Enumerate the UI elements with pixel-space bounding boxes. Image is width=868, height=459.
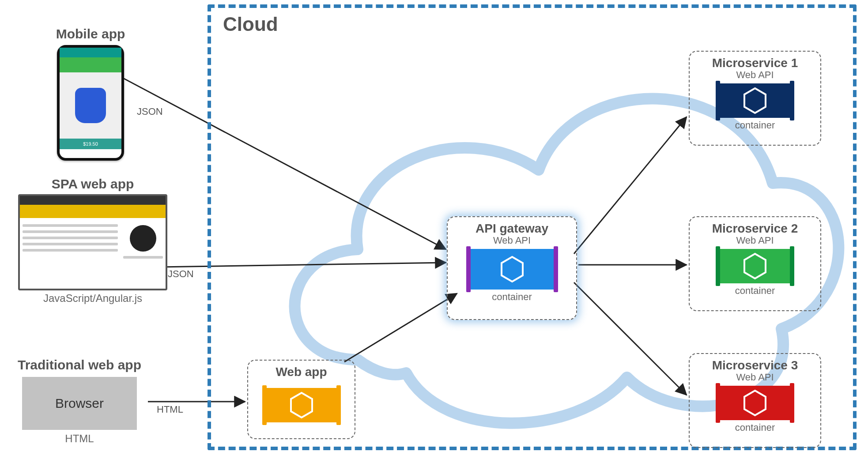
node-microservice-3: Microservice 3 Web API container xyxy=(689,353,821,448)
gateway-title: API gateway xyxy=(476,222,548,236)
ms1-foot: container xyxy=(735,120,775,131)
node-microservice-1: Microservice 1 Web API container xyxy=(689,51,821,146)
browser-label: Browser xyxy=(55,396,104,411)
svg-marker-10 xyxy=(744,254,766,278)
webapp-title: Web app xyxy=(275,365,327,379)
edge-label-trad-html: HTML xyxy=(157,404,183,415)
mobile-title: Mobile app xyxy=(53,26,128,41)
ms1-sub: Web API xyxy=(736,69,774,81)
svg-marker-7 xyxy=(291,393,312,418)
ms3-sub: Web API xyxy=(736,372,774,383)
node-webapp: Web app xyxy=(247,360,355,439)
spa-tech: JavaScript/Angular.js xyxy=(13,292,172,305)
node-microservice-2: Microservice 2 Web API container xyxy=(689,216,821,311)
trad-title: Traditional web app xyxy=(0,357,159,372)
client-traditional: Traditional web app Browser HTML xyxy=(0,357,159,445)
ms3-title: Microservice 3 xyxy=(712,358,798,372)
client-spa: SPA web app JavaScript/Angular.js xyxy=(13,177,172,305)
spa-title: SPA web app xyxy=(13,177,172,192)
edge-label-spa-json: JSON xyxy=(168,268,194,280)
edge-label-mobile-json: JSON xyxy=(137,106,163,117)
svg-marker-8 xyxy=(502,257,523,282)
trad-tech: HTML xyxy=(0,433,159,445)
client-mobile: Mobile app $19.50 xyxy=(53,26,128,161)
cloud-title: Cloud xyxy=(223,13,278,35)
gateway-foot: container xyxy=(492,291,532,303)
phone-icon: $19.50 xyxy=(57,45,124,161)
browser-window-icon xyxy=(18,194,167,290)
browser-box: Browser xyxy=(22,377,137,430)
container-icon xyxy=(717,83,793,118)
container-icon xyxy=(264,388,339,422)
svg-marker-9 xyxy=(744,88,766,113)
container-icon xyxy=(717,249,793,283)
gateway-sub: Web API xyxy=(493,235,531,246)
ms2-foot: container xyxy=(735,285,775,297)
ms3-foot: container xyxy=(735,422,775,433)
ms2-sub: Web API xyxy=(736,235,774,246)
ms2-title: Microservice 2 xyxy=(712,222,798,236)
container-icon xyxy=(717,386,793,420)
container-icon xyxy=(468,249,556,290)
node-api-gateway: API gateway Web API container xyxy=(447,216,577,320)
ms1-title: Microservice 1 xyxy=(712,56,798,70)
svg-marker-11 xyxy=(744,391,766,415)
